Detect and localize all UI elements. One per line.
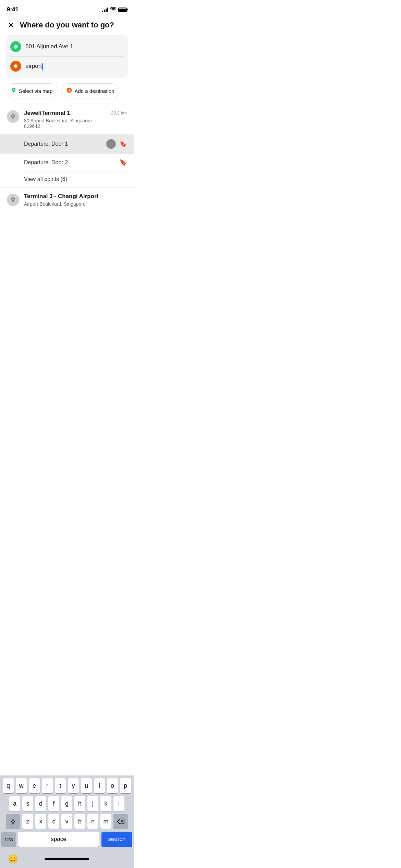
result-content: Jewel/Terminal 1 80 Airport Boulevard, S… [24,110,105,129]
sub-item-text: Departure, Door 1 [24,141,103,147]
result-subtitle: 80 Airport Boulevard, Singapore 819642 [24,118,105,129]
result-item-jewel[interactable]: Jewel/Terminal 1 80 Airport Boulevard, S… [0,104,134,134]
header: Where do you want to go? [0,17,134,35]
destination-icon [10,61,21,72]
bookmark-icon-door1: 🔖 [119,140,127,148]
location-icon [7,110,19,123]
action-buttons: Select via map Add a destination [0,83,134,104]
result-subtitle-2: Airport Boulevard, Singapore [24,201,127,207]
location-icon-2 [7,194,19,206]
svg-text:↑: ↑ [15,44,17,49]
add-destination-button[interactable]: Add a destination [61,83,119,98]
status-icons [102,7,127,12]
result-title-2: Terminal 3 - Changi Airport [24,193,127,200]
sub-item-door1[interactable]: Departure, Door 1 🔖 [0,134,134,154]
result-content-2: Terminal 3 - Changi Airport Airport Boul… [24,193,127,207]
add-destination-icon [66,87,72,95]
result-title: Jewel/Terminal 1 [24,110,105,117]
toggle-dot [106,139,116,149]
svg-point-7 [12,115,14,117]
status-bar: 9:41 [0,0,134,17]
status-time: 9:41 [7,6,19,13]
wifi-icon [110,7,116,12]
origin-row[interactable]: ↑ 601 Aljunied Ave 1 [10,39,123,57]
view-all-button[interactable]: View all points (6) ˅ [0,171,134,187]
chevron-down-icon: ˅ [69,177,72,182]
result-distance: 20.2 km [110,110,127,116]
signal-icon [102,7,108,12]
bookmark-icon-door2: 🔖 [119,159,127,166]
svg-point-3 [13,89,14,90]
origin-input[interactable]: 601 Aljunied Ave 1 [25,43,123,50]
origin-icon: ↑ [10,41,21,52]
svg-point-8 [12,198,14,200]
map-icon [11,87,17,95]
search-box: ↑ 601 Aljunied Ave 1 airport [5,35,128,78]
view-all-label: View all points (6) [24,176,67,182]
sub-item-text-2: Departure, Door 2 [24,159,119,166]
page-title: Where do you want to go? [20,21,114,29]
select-via-map-button[interactable]: Select via map [5,83,58,98]
result-item-terminal3[interactable]: Terminal 3 - Changi Airport Airport Boul… [0,188,134,212]
battery-icon [118,8,127,12]
add-destination-label: Add a destination [74,88,114,94]
destination-input[interactable]: airport [25,63,123,70]
destination-row[interactable]: airport [10,57,123,74]
select-map-label: Select via map [19,88,52,94]
sub-item-door2[interactable]: Departure, Door 2 🔖 [0,154,134,171]
close-button[interactable] [7,21,15,29]
